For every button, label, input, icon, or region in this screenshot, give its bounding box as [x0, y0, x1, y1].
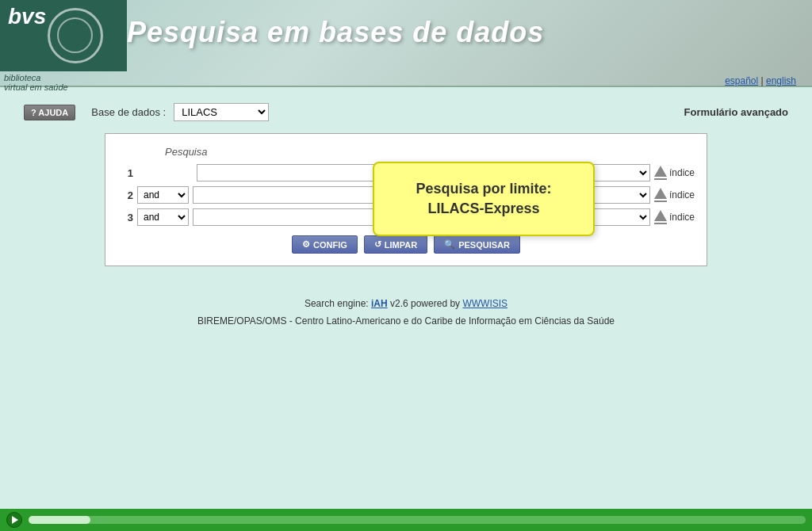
bottom-bar: [0, 509, 812, 531]
footer-engine: Search engine: iAH v2.6 powered by WWWIS…: [24, 298, 788, 309]
tooltip-overlay: Pesquisa por limite: LILACS-Express: [373, 162, 595, 236]
language-links: español | english: [725, 75, 796, 86]
wwwisis-link[interactable]: WWWISIS: [462, 298, 508, 309]
subtitle-line1: biblioteca: [4, 73, 68, 82]
config-button[interactable]: ⚙ CONFIG: [292, 235, 358, 254]
play-icon: [12, 516, 18, 524]
progress-bar[interactable]: [29, 516, 806, 524]
toolbar: ? AJUDA Base de dados : LILACS MEDLINE B…: [24, 103, 788, 121]
config-icon: ⚙: [302, 239, 310, 250]
triangle-icon-2: [654, 188, 667, 202]
engine-text: Search engine:: [304, 298, 371, 309]
limpar-icon: ↺: [374, 239, 381, 250]
pesquisar-label: PESQUISAR: [458, 240, 510, 250]
iah-link[interactable]: iAH: [371, 298, 388, 309]
main-content: ? AJUDA Base de dados : LILACS MEDLINE B…: [0, 87, 812, 342]
tooltip-subtitle: LILACS-Express: [427, 201, 539, 216]
search-form: Pesquisa 1 índice 2 and or: [105, 133, 707, 266]
subtitle-line2: virtual em saúde: [4, 82, 68, 92]
powered-text: v2.6 powered by: [388, 298, 463, 309]
ajuda-button[interactable]: ? AJUDA: [24, 105, 75, 120]
row-num-3: 3: [117, 212, 133, 223]
tooltip-text: Pesquisa por limite: LILACS-Express: [398, 179, 569, 219]
progress-fill: [29, 516, 90, 524]
indice-button-2[interactable]: índice: [654, 188, 695, 202]
logo-container: bvs: [0, 0, 127, 71]
indice-label-2: índice: [669, 189, 695, 201]
bvs-inner-circle-icon: [57, 17, 93, 53]
base-label: Base de dados :: [91, 106, 166, 118]
row-num-2: 2: [117, 189, 133, 201]
operator-select-2[interactable]: and or not: [137, 186, 189, 204]
triangle-icon-1: [654, 166, 667, 180]
footer-bireme: BIREME/OPAS/OMS - Centro Latino-American…: [24, 315, 788, 327]
formulario-link[interactable]: Formulário avançado: [684, 106, 788, 118]
play-button[interactable]: [6, 512, 22, 528]
operator-select-3[interactable]: and or not: [137, 208, 189, 226]
indice-button-3[interactable]: índice: [654, 210, 695, 224]
indice-label-1: índice: [669, 167, 695, 178]
row-num-1: 1: [117, 167, 133, 179]
config-label: CONFIG: [313, 240, 347, 250]
english-link[interactable]: english: [766, 75, 796, 86]
header: bvs Pesquisa em bases de dados bibliotec…: [0, 0, 812, 87]
limpar-button[interactable]: ↺ LIMPAR: [364, 235, 427, 254]
pesquisa-header: Pesquisa: [117, 146, 695, 158]
indice-button-1[interactable]: índice: [654, 166, 695, 180]
pesquisar-button[interactable]: 🔍 PESQUISAR: [434, 235, 520, 254]
footer: Search engine: iAH v2.6 powered by WWWIS…: [24, 298, 788, 327]
indice-label-3: índice: [669, 212, 695, 223]
espanol-link[interactable]: español: [725, 75, 758, 86]
header-title: Pesquisa em bases de dados: [127, 16, 544, 49]
tooltip-title: Pesquisa por limite:: [416, 181, 551, 197]
pesquisar-icon: 🔍: [444, 239, 455, 250]
triangle-icon-3: [654, 210, 667, 224]
header-subtitle: biblioteca virtual em saúde: [4, 73, 68, 92]
bvs-label: bvs: [8, 4, 46, 29]
action-buttons: ⚙ CONFIG ↺ LIMPAR 🔍 PESQUISAR: [117, 235, 695, 254]
database-select[interactable]: LILACS MEDLINE BDENF: [174, 103, 269, 121]
limpar-label: LIMPAR: [385, 240, 417, 250]
